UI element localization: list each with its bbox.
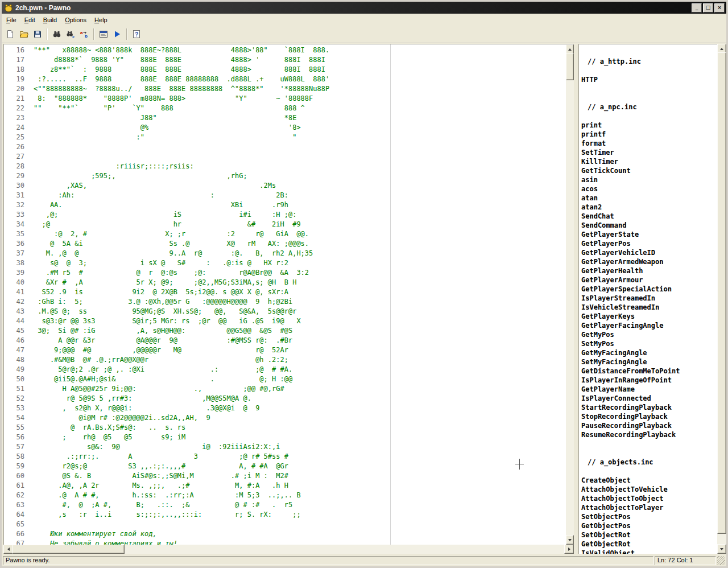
function-list-item[interactable]: GetObjectRot (579, 540, 717, 549)
title-bar[interactable]: 2ch.pwn - Pawno _ □ × (2, 2, 726, 14)
compile-button[interactable] (97, 27, 110, 41)
find-button[interactable] (50, 27, 64, 41)
function-list-item[interactable]: GetPlayerHealth (579, 266, 717, 275)
function-list-item[interactable]: atan (579, 194, 717, 203)
function-list-item[interactable]: StopRecordingPlayback (579, 412, 717, 421)
function-list-item[interactable]: GetMyFacingAngle (579, 348, 717, 357)
function-list-item[interactable]: printf (579, 130, 717, 139)
menu-item[interactable]: File (2, 15, 20, 25)
function-list-item[interactable]: SendCommand (579, 221, 717, 230)
scroll-down-button[interactable] (717, 544, 726, 554)
function-list-item[interactable] (579, 439, 717, 448)
function-list-item[interactable]: IsValidObject (579, 549, 717, 554)
function-list-item[interactable]: CreateObject (579, 476, 717, 485)
function-list-item[interactable]: GetDistanceFromMeToPoint (579, 367, 717, 376)
line-text: ;@ hr &# 2iH #9 (29, 220, 301, 229)
function-list-item[interactable]: IsPlayerConnected (579, 394, 717, 403)
line-text: Юки комментирует свой код, (29, 529, 157, 539)
function-list-item[interactable]: // a_npc.inc (579, 102, 717, 112)
function-list-item[interactable]: asin (579, 175, 717, 184)
function-list-item[interactable] (579, 66, 717, 75)
function-list-item[interactable]: HTTP (579, 75, 717, 84)
function-list-scrollbar[interactable] (717, 44, 726, 554)
function-list-item[interactable]: PauseRecordingPlayback (579, 421, 717, 430)
find-next-button[interactable] (64, 27, 77, 41)
function-list-item[interactable] (579, 84, 717, 93)
function-list-item[interactable]: KillTimer (579, 157, 717, 166)
function-list-item[interactable]: GetMyPos (579, 330, 717, 339)
resize-grip[interactable] (717, 556, 725, 565)
line-text: .A@, ,A 2r Ms. ,;;, .;# M, #:A .h H (29, 481, 288, 491)
function-list-item[interactable]: GetPlayerName (579, 385, 717, 394)
editor-horizontal-scrollbar[interactable] (3, 545, 574, 554)
function-list-item[interactable]: AttachObjectToVehicle (579, 485, 717, 494)
minimize-button[interactable]: _ (692, 3, 702, 13)
function-list-item[interactable]: GetPlayerFacingAngle (579, 321, 717, 330)
line-text: @S &. B AiS#@s:,;S@Mi,M .# ;i M : M2# (29, 471, 288, 481)
function-list-item[interactable] (579, 467, 717, 476)
vertical-scroll-thumb[interactable] (566, 53, 574, 80)
menu-item[interactable]: Edit (20, 15, 39, 25)
function-list-item[interactable] (579, 112, 717, 121)
scroll-down-button[interactable] (566, 535, 574, 545)
function-list-item[interactable]: GetPlayerVehicleID (579, 248, 717, 257)
close-button[interactable]: × (714, 3, 725, 13)
function-list-item[interactable] (579, 93, 717, 102)
function-list-item[interactable]: SendChat (579, 212, 717, 221)
function-list-item[interactable]: GetPlayerKeys (579, 312, 717, 321)
function-scroll-thumb[interactable] (717, 52, 726, 534)
editor-vertical-scrollbar[interactable] (566, 44, 574, 545)
function-list-item[interactable]: atan2 (579, 203, 717, 212)
function-list-item[interactable]: SetMyPos (579, 339, 717, 348)
scroll-right-button[interactable] (564, 545, 574, 554)
function-list-item[interactable]: SetMyFacingAngle (579, 357, 717, 367)
function-list-item[interactable]: IsVehicleStreamedIn (579, 303, 717, 312)
line-number: 42 (4, 297, 29, 307)
line-text: @ 5A &i Ss .@ X@ rM AX: ;@@@s. (29, 239, 309, 249)
function-list-item[interactable]: ResumeRecordingPlayback (579, 430, 717, 439)
function-list-item[interactable]: acos (579, 184, 717, 194)
code-editor[interactable]: 16 "**" x88888~ <888'888k 888E~?888L 488… (4, 44, 566, 545)
line-number: 57 (4, 442, 29, 452)
function-list-item[interactable]: IsPlayerStreamedIn (579, 294, 717, 303)
line-number: 18 (4, 65, 29, 75)
new-file-button[interactable] (3, 27, 17, 41)
arrow-down-icon (568, 539, 572, 543)
function-list-item[interactable]: GetPlayerPos (579, 239, 717, 248)
function-list-item[interactable] (579, 448, 717, 458)
function-list-item[interactable]: GetTickCount (579, 166, 717, 175)
function-list-item[interactable]: format (579, 139, 717, 148)
save-file-button[interactable] (31, 27, 44, 41)
horizontal-scroll-thumb[interactable] (12, 545, 125, 554)
function-list-item[interactable]: // a_objects.inc (579, 458, 717, 467)
code-line: 47 9;@@@ #@ ,@@@@@r M@ r@ 52Ar (4, 345, 566, 355)
open-file-button[interactable] (17, 27, 31, 41)
function-list-item[interactable]: AttachObjectToObject (579, 494, 717, 503)
function-list-item[interactable]: StartRecordingPlayback (579, 403, 717, 412)
function-list-item[interactable]: GetPlayerArmour (579, 275, 717, 285)
function-list-item[interactable]: print (579, 121, 717, 130)
line-text: d8888*` 9888 'Y" 888E 888E 4888> ' 888I … (29, 55, 325, 65)
function-list-item[interactable]: GetPlayerState (579, 230, 717, 239)
function-list[interactable]: // a_http.inc HTTP // a_npc.inc print pr… (578, 44, 717, 554)
function-list-item[interactable]: IsPlayerInRangeOfPoint (579, 376, 717, 385)
function-list-item[interactable]: GetPlayerArmedWeapon (579, 257, 717, 266)
function-list-item[interactable]: GetPlayerSpecialAction (579, 285, 717, 294)
menu-item[interactable]: Options (61, 15, 90, 25)
menu-item[interactable]: Build (39, 15, 61, 25)
menu-bar: File Edit Build Options Help (2, 14, 726, 26)
function-list-item[interactable]: SetObjectPos (579, 512, 717, 521)
maximize-button[interactable]: □ (703, 3, 713, 13)
function-list-item[interactable]: SetTimer (579, 148, 717, 157)
function-list-item[interactable]: AttachObjectToPlayer (579, 503, 717, 512)
function-list-item[interactable]: SetObjectRot (579, 530, 717, 540)
code-line: 52 r@ 5@9S 5 ,rr#3: ,M@@S5M@A @. (4, 394, 566, 404)
function-list-item[interactable]: GetObjectPos (579, 521, 717, 530)
menu-item[interactable]: Help (90, 15, 111, 25)
function-list-item[interactable]: // a_http.inc (579, 57, 717, 66)
line-text: :riiisr;::::;rsiis: (29, 162, 194, 171)
help-button[interactable]: ? (130, 27, 143, 41)
code-line: 37 M. ,@ @ 9..A r@ :@. B, rh2 A,H;35 (4, 249, 566, 258)
replace-button[interactable]: a b (77, 27, 91, 41)
run-button[interactable] (110, 27, 124, 41)
